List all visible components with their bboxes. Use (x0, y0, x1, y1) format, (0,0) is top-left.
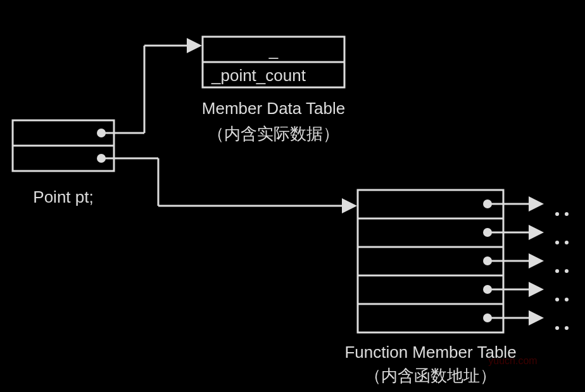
svg-point-24 (555, 269, 559, 273)
svg-point-22 (555, 241, 559, 244)
svg-point-28 (555, 326, 559, 330)
diagram-canvas: Point pt; _ _point_count Member Data Tab… (0, 0, 585, 392)
svg-point-25 (565, 269, 569, 273)
object-label: Point pt; (33, 187, 93, 206)
ellipsis-dots (555, 212, 569, 330)
object-pt (13, 120, 114, 171)
member-data-table: _ _point_count (203, 37, 344, 87)
mdt-row-0: _ (268, 41, 279, 60)
mdt-subtitle: （内含实际数据） (208, 124, 339, 143)
arrow-pt-to-mdt (101, 46, 199, 133)
svg-point-23 (565, 241, 569, 244)
svg-point-29 (565, 326, 569, 330)
mdt-title: Member Data Table (202, 99, 345, 118)
svg-point-27 (565, 298, 569, 301)
svg-rect-4 (358, 190, 503, 332)
svg-point-21 (565, 212, 569, 216)
watermark: yuucn.com (488, 355, 537, 366)
mdt-row-1: _point_count (211, 66, 306, 85)
arrow-pt-to-fmt (101, 158, 355, 206)
fmt-row-arrows (487, 204, 541, 318)
svg-point-20 (555, 212, 559, 216)
fmt-subtitle: （内含函数地址） (365, 366, 496, 385)
function-member-table (358, 190, 503, 332)
svg-point-26 (555, 298, 559, 301)
